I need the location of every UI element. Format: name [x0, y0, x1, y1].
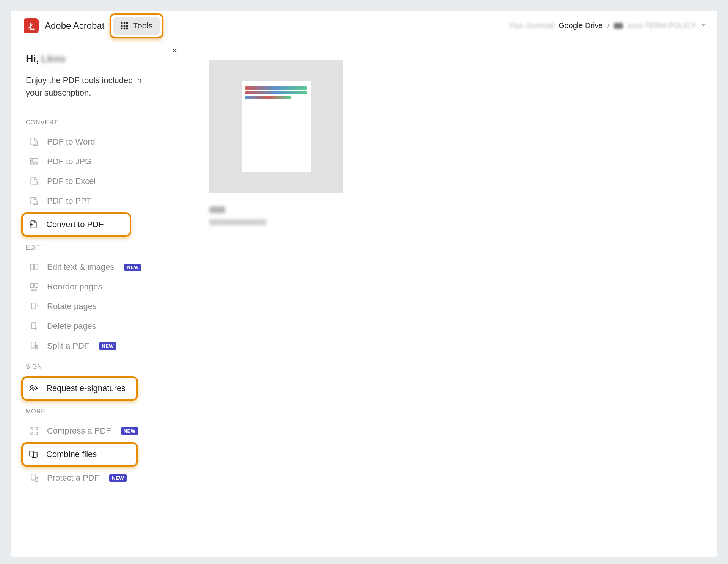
svg-rect-24: [30, 451, 33, 456]
breadcrumb-account: Flux Gunmail: [509, 21, 554, 30]
apps-grid-icon: [120, 22, 129, 30]
tool-label: Convert to PDF: [46, 220, 104, 229]
tool-pdf-to-excel[interactable]: PDF to Excel: [26, 171, 179, 191]
brand-title: Adobe Acrobat: [45, 20, 104, 31]
section-sign: SIGN: [26, 363, 179, 370]
tool-label: Delete pages: [47, 321, 96, 331]
reorder-pages-icon: [29, 281, 39, 292]
greeting-subtitle: Enjoy the PDF tools included in your sub…: [26, 74, 155, 99]
tool-request-esignatures[interactable]: Request e-signatures: [26, 379, 133, 397]
breadcrumb-chevron[interactable]: [701, 21, 707, 30]
svg-rect-0: [121, 22, 123, 24]
close-icon: [171, 47, 178, 54]
tool-label: Rotate pages: [47, 302, 97, 311]
app-window: Adobe Acrobat Tools Flux Gunmail Google …: [11, 11, 717, 557]
svg-rect-8: [126, 27, 128, 29]
tool-pdf-to-ppt[interactable]: PDF to PPT: [26, 191, 179, 211]
tool-combine-files[interactable]: Combine files: [26, 445, 133, 463]
svg-rect-18: [32, 303, 36, 309]
acrobat-logo: [24, 18, 39, 33]
tool-rotate-pages[interactable]: Rotate pages: [26, 297, 179, 316]
tool-delete-pages[interactable]: Delete pages: [26, 316, 179, 336]
section-convert: CONVERT: [26, 119, 179, 126]
breadcrumb-drive[interactable]: Google Drive: [559, 21, 603, 30]
tool-label: PDF to JPG: [47, 157, 91, 167]
tool-label: Edit text & images: [47, 262, 114, 272]
svg-point-23: [30, 385, 33, 388]
new-badge: NEW: [124, 264, 141, 271]
tool-convert-to-pdf-highlight: Convert to PDF: [21, 212, 131, 237]
svg-rect-3: [121, 25, 123, 27]
breadcrumb: Flux Gunmail Google Drive / xxxx TERM PO…: [509, 21, 707, 30]
tool-label: Reorder pages: [47, 282, 102, 292]
file-thumbnail-preview: [242, 81, 311, 172]
split-pdf-icon: [29, 341, 39, 351]
new-badge: NEW: [121, 427, 138, 435]
convert-to-pdf-icon: [28, 219, 39, 230]
tools-button[interactable]: Tools: [113, 17, 159, 35]
file-thumbnail[interactable]: [209, 60, 343, 193]
protect-icon: [29, 473, 39, 483]
tool-edit-text-images[interactable]: Edit text & images NEW: [26, 257, 179, 277]
pdf-to-ppt-icon: [29, 196, 39, 206]
svg-rect-5: [126, 25, 128, 27]
chevron-down-icon: [701, 22, 707, 28]
tool-request-esign-highlight: Request e-signatures: [21, 376, 138, 401]
tool-label: Compress a PDF: [47, 426, 111, 436]
svg-rect-6: [121, 27, 123, 29]
svg-rect-14: [30, 264, 34, 270]
svg-point-22: [36, 345, 37, 347]
pdf-to-jpg-icon: [29, 156, 39, 167]
content-area: [187, 41, 717, 557]
delete-pages-icon: [29, 321, 39, 331]
tool-label: PDF to PPT: [47, 196, 91, 206]
pdf-to-word-icon: [29, 137, 39, 147]
tool-pdf-to-jpg[interactable]: PDF to JPG: [26, 152, 179, 171]
svg-rect-2: [126, 22, 128, 24]
tools-button-label: Tools: [133, 21, 152, 31]
sidebar-divider: [26, 108, 179, 108]
tool-pdf-to-word[interactable]: PDF to Word: [26, 132, 179, 152]
compress-icon: [29, 426, 39, 436]
tool-compress-pdf[interactable]: Compress a PDF NEW: [26, 421, 179, 441]
tool-label: Request e-signatures: [46, 383, 126, 393]
greeting-prefix: Hi,: [26, 53, 39, 65]
tool-label: PDF to Excel: [47, 176, 96, 186]
svg-rect-25: [33, 452, 37, 457]
section-edit: EDIT: [26, 244, 179, 251]
tools-button-highlight: Tools: [110, 13, 163, 38]
breadcrumb-separator: /: [607, 21, 610, 30]
rotate-pages-icon: [29, 301, 39, 312]
sidebar: Hi, Lkno Enjoy the PDF tools included in…: [11, 41, 187, 557]
tool-split-pdf[interactable]: Split a PDF NEW: [26, 336, 179, 356]
tool-label: PDF to Word: [47, 137, 95, 147]
combine-icon: [28, 449, 39, 460]
tool-protect-pdf[interactable]: Protect a PDF NEW: [26, 468, 179, 488]
svg-rect-4: [124, 25, 126, 27]
edit-text-icon: [29, 262, 39, 272]
svg-rect-17: [35, 283, 38, 287]
close-sidebar-button[interactable]: [171, 47, 178, 55]
svg-rect-7: [124, 27, 126, 29]
greeting-name: Lkno: [41, 53, 66, 65]
svg-rect-1: [124, 22, 126, 24]
svg-point-21: [36, 347, 37, 349]
tool-label: Protect a PDF: [47, 473, 99, 483]
acrobat-logo-icon: [26, 20, 36, 31]
svg-rect-12: [31, 178, 36, 184]
new-badge: NEW: [109, 474, 127, 482]
new-badge: NEW: [99, 342, 116, 350]
pdf-to-excel-icon: [29, 176, 39, 187]
breadcrumb-file: xxxx TERM POLICY: [628, 21, 696, 30]
breadcrumb-folder-icon: [614, 23, 623, 29]
svg-rect-19: [32, 323, 36, 328]
file-subtitle: [209, 219, 266, 225]
tool-reorder-pages[interactable]: Reorder pages: [26, 277, 179, 297]
tool-label: Split a PDF: [47, 341, 89, 351]
tool-label: Combine files: [46, 449, 97, 459]
main-area: Hi, Lkno Enjoy the PDF tools included in…: [11, 41, 717, 557]
tool-convert-to-pdf[interactable]: Convert to PDF: [26, 215, 127, 234]
tool-combine-files-highlight: Combine files: [21, 442, 138, 467]
svg-rect-9: [31, 138, 36, 145]
greeting: Hi, Lkno: [26, 53, 179, 65]
